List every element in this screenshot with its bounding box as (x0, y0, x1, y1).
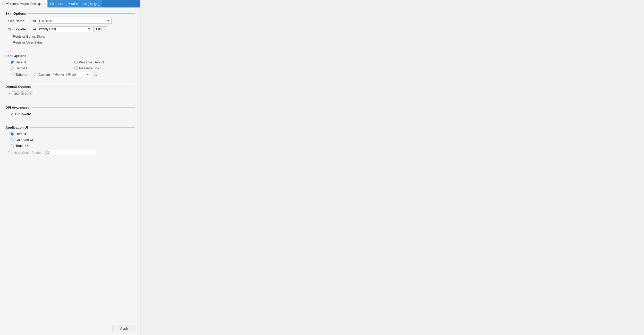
skin-name-label: Skin Name: (8, 19, 32, 23)
application-ui-section: Application UI Default Compact UI Touch … (5, 125, 135, 157)
tab-devexpress-settings[interactable]: DevExpress Project Settings × (0, 0, 48, 7)
tab-bar: DevExpress Project Settings × Form1.cs X… (0, 0, 140, 7)
register-user-skins-row: Register User Skins (5, 40, 135, 44)
font-default-label[interactable]: Default (15, 60, 26, 64)
app-ui-touch-row: Touch UI (5, 144, 135, 148)
font-messagebox-row: Message Box (74, 66, 135, 70)
font-windows-default-label[interactable]: Windows Default (79, 60, 104, 64)
register-user-skins-checkbox[interactable] (8, 41, 11, 44)
register-bonus-skins-label[interactable]: Register Bonus Skins (13, 35, 45, 38)
apply-button[interactable]: Apply (113, 325, 136, 332)
dpi-aware-row: ✓ DPI-Aware (5, 112, 135, 116)
register-bonus-skins-row: Register Bonus Skins (5, 35, 135, 38)
tab-devexpress-label: DevExpress Project Settings (2, 2, 41, 6)
font-custom-row: Tahoma Custom Tahoma, 7.875pt ... (5, 72, 135, 77)
font-messagebox-radio[interactable] (74, 66, 78, 70)
font-default-radio[interactable] (11, 61, 14, 64)
skin-name-select[interactable]: The Bezier (37, 18, 112, 24)
dpi-awareness-header: DPI Awareness (5, 106, 135, 110)
touch-scale-input[interactable] (45, 150, 97, 155)
touch-scale-label: Touch UI Scale Factor: (8, 151, 45, 155)
font-segoe-label[interactable]: Segoe UI (15, 66, 29, 70)
directx-options-section: DirectX Options ➡ ✓ Use DirectX (5, 85, 135, 98)
font-segoe-row: Segoe UI (11, 66, 72, 70)
font-custom-select[interactable]: Tahoma, 7.875pt (51, 72, 91, 77)
app-ui-compact-row: Compact UI (5, 138, 135, 142)
directx-checkmark-icon: ✓ (8, 92, 11, 96)
app-ui-compact-radio[interactable] (11, 138, 14, 141)
close-tab-icon[interactable]: × (44, 2, 45, 5)
skin-options-header: Skin Options (5, 12, 135, 15)
register-bonus-skins-checkbox[interactable] (8, 35, 11, 38)
skin-palette-select[interactable]: Twenty Gold (37, 26, 92, 32)
settings-content: Skin Options Skin Name: ➡ The Bezier Ski… (0, 7, 140, 322)
font-radio-grid: Default Windows Default Segoe UI Message… (5, 60, 135, 70)
skin-palette-label: Skin Palette: (8, 27, 32, 31)
app-ui-default-label[interactable]: Default (15, 132, 26, 136)
tab-form1-label: Form1.cs (50, 2, 63, 6)
font-custom-dots-button[interactable]: ... (92, 72, 99, 77)
font-segoe-radio[interactable] (11, 66, 14, 70)
font-default-row: Default (11, 60, 72, 64)
skin-options-section: Skin Options Skin Name: ➡ The Bezier Ski… (5, 12, 135, 46)
font-options-header: Font Options (5, 54, 135, 58)
skin-palette-wrapper: Twenty Gold Edit... (37, 26, 135, 32)
dpi-awareness-section: DPI Awareness ✓ DPI-Aware (5, 106, 135, 118)
tab-form1[interactable]: Form1.cs (48, 0, 66, 7)
directx-row: ➡ ✓ Use DirectX (5, 91, 135, 96)
font-tahoma-radio[interactable] (11, 73, 14, 76)
skin-name-arrow-icon: ➡ (32, 18, 36, 24)
app-ui-compact-label[interactable]: Compact UI (15, 138, 33, 142)
bottom-bar: Apply (0, 322, 140, 335)
register-user-skins-label[interactable]: Register User Skins (13, 40, 43, 44)
dpi-checkmark-icon: ✓ (11, 112, 13, 116)
app-ui-default-row: Default (5, 132, 135, 136)
tab-xtraform1[interactable]: XtraForm1.cs [Design] (66, 0, 102, 7)
skin-name-wrapper: The Bezier (37, 18, 135, 24)
skin-palette-row: Skin Palette: ➡ Twenty Gold Edit... (5, 26, 135, 32)
application-ui-header: Application UI (5, 125, 135, 129)
font-windows-default-radio[interactable] (74, 61, 78, 64)
app-ui-touch-radio[interactable] (11, 144, 14, 147)
font-custom-label[interactable]: Custom (38, 73, 50, 77)
font-tahoma-label[interactable]: Tahoma (15, 73, 27, 77)
font-messagebox-label[interactable]: Message Box (79, 66, 99, 70)
font-tahoma-row: Tahoma (11, 73, 27, 77)
font-custom-radio[interactable] (34, 73, 37, 76)
directx-header: DirectX Options (5, 85, 135, 89)
app-ui-default-radio[interactable] (11, 132, 14, 136)
skin-name-row: Skin Name: ➡ The Bezier (5, 18, 135, 24)
skin-palette-arrow-icon: ➡ (32, 26, 36, 32)
app-ui-touch-label[interactable]: Touch UI (15, 144, 29, 148)
font-custom-option-row: Custom Tahoma, 7.875pt ... (34, 72, 99, 77)
tab-xtraform1-label: XtraForm1.cs [Design] (69, 2, 99, 6)
font-options-section: Font Options Default Windows Default Seg… (5, 54, 135, 77)
edit-palette-button[interactable]: Edit... (93, 26, 107, 32)
dpi-aware-label: DPI-Aware (15, 112, 31, 116)
use-directx-label[interactable]: Use DirectX (12, 91, 33, 96)
touch-scale-row: Touch UI Scale Factor: (5, 150, 135, 155)
font-windows-default-row: Windows Default (74, 60, 135, 64)
